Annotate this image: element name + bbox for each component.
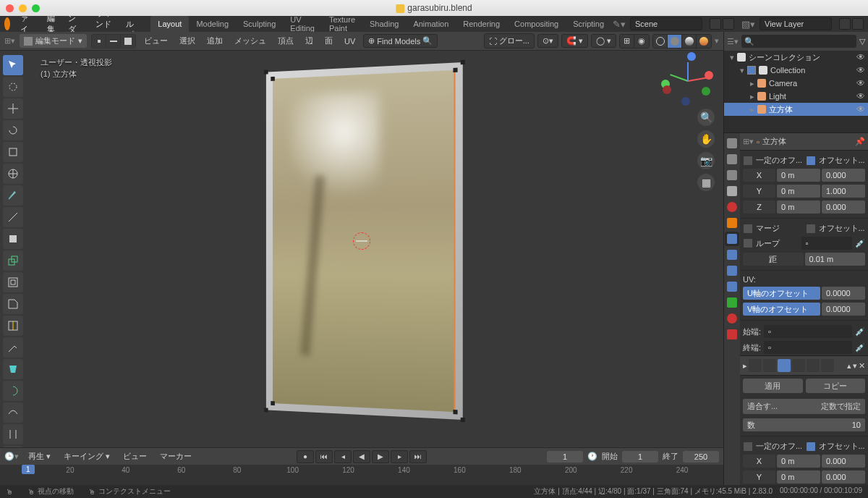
viewlayer-field[interactable]: View Layer [760,17,832,30]
tab-render[interactable] [725,136,739,151]
wireframe-mode-icon[interactable] [653,35,668,48]
eyedropper-icon[interactable]: 💉 [855,239,865,248]
scene-browse-icon[interactable] [710,18,721,30]
loop-check[interactable] [743,238,753,248]
clock-icon[interactable]: 🕐 [587,452,597,461]
camera-nav-icon[interactable]: 📷 [697,152,715,169]
merge-dist-field[interactable]: 0.01 m [805,253,866,266]
solid-mode-icon[interactable] [668,35,682,48]
tool-move[interactable] [3,98,23,119]
timeline-playback-menu[interactable]: 再生 ▾ [25,450,54,463]
merge-check[interactable] [743,224,753,234]
end-frame-field[interactable]: 250 [683,451,719,463]
tool-scale[interactable] [3,142,23,162]
viewlayer-delete-icon[interactable] [852,18,864,30]
find-models-field[interactable]: ⊕ Find Models 🔍 [363,34,438,48]
relative-offset-check[interactable] [806,156,816,166]
const-x-field-2[interactable]: 0 m [777,455,820,468]
tab-object[interactable] [725,216,739,230]
tool-loopcut[interactable] [3,316,23,336]
const-x-field[interactable]: 0 m [777,169,820,182]
tool-bevel[interactable] [3,294,23,314]
menu-vertex[interactable]: 頂点 [274,34,297,48]
cap-start-field[interactable]: ▫ [764,325,852,338]
outliner-type-icon[interactable]: ☰▾ [727,37,739,46]
eyedropper-icon[interactable]: 💉 [855,327,865,337]
copy-button[interactable]: コピー [806,379,866,393]
mod-cage-toggle-icon[interactable] [807,359,820,372]
pin-icon[interactable]: 📌 [855,137,865,146]
axis-x-icon[interactable] [705,71,713,80]
mode-selector[interactable]: 編集モード ▾ [20,34,87,48]
tool-annotate[interactable] [3,185,23,206]
mod-display-toggle-icon[interactable] [778,359,791,372]
axis-neg-z-icon[interactable] [681,97,690,106]
workspace-tab-compositing[interactable]: Compositing [507,16,566,32]
minimize-window-icon[interactable] [19,4,27,12]
tab-output[interactable] [725,152,739,166]
workspace-tab-uvediting[interactable]: UV Editing [283,16,322,32]
tool-cursor[interactable] [3,77,23,97]
autokey-toggle-icon[interactable]: ● [297,450,314,463]
jump-end-icon[interactable]: ⏭ [409,450,427,463]
tab-physics[interactable] [725,263,739,278]
viewlayer-browse-icon[interactable] [839,18,851,30]
start-frame-field[interactable]: 1 [622,451,658,463]
scene-name-field[interactable]: Scene [630,17,702,30]
apply-button[interactable]: 適用 [743,379,803,393]
count-field[interactable]: 数10 [743,418,865,431]
menu-mesh[interactable]: メッシュ [231,34,270,48]
blender-logo-icon[interactable] [4,17,10,30]
outliner-search[interactable]: 🔍 [741,35,856,48]
tool-rotate[interactable] [3,120,23,140]
outliner-row[interactable]: ▸立方体👁 [724,103,868,116]
tool-shrink[interactable] [3,446,23,447]
tab-constraints[interactable] [725,279,739,294]
menu-face[interactable]: 面 [321,34,336,48]
overlays-toggle-icon[interactable]: ◉ [634,35,649,48]
snap-toggle[interactable]: 🧲 ▾ [561,34,588,48]
outliner-row[interactable]: ▾シーンコレクション👁 [724,51,868,64]
menu-select[interactable]: 選択 [176,34,199,48]
ortho-nav-icon[interactable]: ▦ [697,174,715,191]
outliner-row[interactable]: ▸Camera👁 [724,77,868,90]
tool-select-box[interactable] [3,55,23,75]
editor-type-icon[interactable]: ⊞▾ [743,137,754,146]
outliner-row[interactable]: ▸Light👁 [724,90,868,103]
outliner-row[interactable]: ▾Collection👁 [724,64,868,77]
play-reverse-icon[interactable]: ◀ [353,450,370,463]
workspace-tab-animation[interactable]: Animation [406,16,456,32]
select-mode-edge-icon[interactable] [106,35,121,48]
workspace-tab-shading[interactable]: Shading [362,16,406,32]
tab-modifier[interactable] [725,232,739,246]
mod-editmode-toggle-icon[interactable] [792,359,805,372]
mesh-select-mode[interactable] [91,34,136,48]
tab-material[interactable] [725,311,739,326]
next-key-icon[interactable]: ▸ [391,450,408,463]
delete-modifier-icon[interactable]: ✕ [859,361,865,371]
rel-x-field-2[interactable]: 0.000 [822,455,865,468]
matprev-mode-icon[interactable] [682,35,697,48]
zoom-nav-icon[interactable]: 🔍 [697,109,715,126]
tool-smooth[interactable] [3,402,23,423]
workspace-tab-modeling[interactable]: Modeling [189,16,236,32]
jump-start-icon[interactable]: ⏮ [315,450,333,463]
tab-scene[interactable] [725,184,739,198]
tool-measure[interactable] [3,207,23,227]
rel-y-field[interactable]: 1.000 [822,185,865,198]
tool-knife[interactable] [3,337,23,358]
eyedropper-icon[interactable]: 💉 [855,343,865,353]
workspace-tab-sculpting[interactable]: Sculpting [236,16,283,32]
xray-toggle-icon[interactable]: ⊞ [620,35,634,48]
cap-end-field[interactable]: ▫ [764,341,852,354]
object-offset-check[interactable] [806,224,816,234]
workspace-tab-texturepaint[interactable]: Texture Paint [322,16,362,32]
tab-viewlayer[interactable] [725,168,739,182]
workspace-tab-rendering[interactable]: Rendering [456,16,507,32]
current-frame-field[interactable]: 1 [547,451,583,463]
relative-offset-check-2[interactable] [806,442,816,452]
tool-inset[interactable] [3,272,23,292]
tool-edgeslide[interactable] [3,424,23,444]
zoom-window-icon[interactable] [32,4,40,12]
timeline-view-menu[interactable]: ビュー [119,450,150,463]
